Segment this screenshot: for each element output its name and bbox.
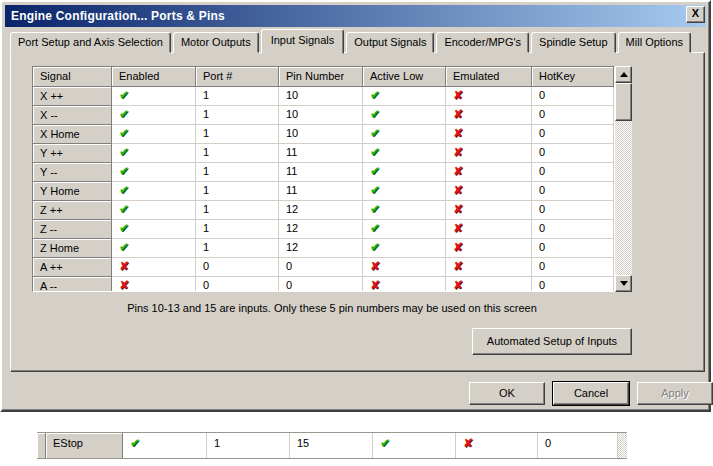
enabled-cell[interactable]: ✔ [112,163,196,182]
emulated-cell[interactable]: ✘ [446,144,532,163]
pin-cell[interactable]: 10 [279,106,363,125]
hotkey-cell[interactable]: 0 [532,182,614,201]
port-cell[interactable]: 1 [196,144,279,163]
port-cell[interactable]: 1 [207,433,290,458]
pin-cell[interactable]: 12 [279,201,363,220]
vertical-scrollbar[interactable] [615,66,632,292]
table-row: Z --✔112✔✘0 [33,220,614,239]
cross-icon: ✘ [453,241,463,253]
signal-cell: Z -- [33,220,112,239]
port-cell[interactable]: 1 [196,106,279,125]
hotkey-cell[interactable]: 0 [538,433,618,458]
active_low-cell[interactable]: ✔ [363,220,446,239]
hotkey-cell[interactable]: 0 [532,144,614,163]
emulated-cell[interactable]: ✘ [446,182,532,201]
emulated-cell[interactable]: ✘ [446,125,532,144]
enabled-cell[interactable]: ✘ [112,258,196,277]
tab-motor-outputs[interactable]: Motor Outputs [173,32,259,53]
hotkey-cell[interactable]: 0 [532,87,614,106]
emulated-cell[interactable]: ✘ [446,163,532,182]
automated-setup-button[interactable]: Automated Setup of Inputs [472,328,632,355]
cross-icon: ✘ [453,279,463,291]
pin-cell[interactable]: 0 [279,258,363,277]
pin-cell[interactable]: 12 [279,239,363,258]
hotkey-cell[interactable]: 0 [532,106,614,125]
active_low-cell[interactable]: ✔ [363,106,446,125]
tab-encoder-mpg-s[interactable]: Encoder/MPG's [436,32,529,53]
pin-cell[interactable]: 0 [279,277,363,292]
port-cell[interactable]: 0 [196,277,279,292]
hotkey-cell[interactable]: 0 [532,239,614,258]
port-cell[interactable]: 1 [196,125,279,144]
check-icon: ✔ [119,165,129,177]
active_low-cell[interactable]: ✘ [363,258,446,277]
signal-cell: Y -- [33,163,112,182]
active_low-cell[interactable]: ✔ [373,433,456,458]
enabled-cell[interactable]: ✔ [112,87,196,106]
pin-cell[interactable]: 15 [290,433,373,458]
enabled-cell[interactable]: ✘ [112,277,196,292]
tab-output-signals[interactable]: Output Signals [346,32,434,53]
enabled-cell[interactable]: ✔ [123,433,207,458]
pin-cell[interactable]: 11 [279,144,363,163]
hotkey-cell[interactable]: 0 [532,277,614,292]
emulated-cell[interactable]: ✘ [446,239,532,258]
enabled-cell[interactable]: ✔ [112,239,196,258]
scroll-down-button[interactable] [615,275,632,292]
enabled-cell[interactable]: ✔ [112,182,196,201]
title-bar[interactable]: Engine Configuration... Ports & Pins [5,5,706,27]
hotkey-cell[interactable]: 0 [532,163,614,182]
table-header-cell: Enabled [112,67,196,87]
check-icon: ✔ [119,241,129,253]
port-cell[interactable]: 0 [196,258,279,277]
active_low-cell[interactable]: ✔ [363,182,446,201]
window-title: Engine Configuration... Ports & Pins [11,9,225,23]
tab-port-setup-and-axis-selection[interactable]: Port Setup and Axis Selection [10,32,171,53]
active_low-cell[interactable]: ✔ [363,201,446,220]
emulated-cell[interactable]: ✘ [456,433,538,458]
port-cell[interactable]: 1 [196,182,279,201]
enabled-cell[interactable]: ✔ [112,144,196,163]
cancel-button[interactable]: Cancel [553,382,629,405]
scroll-up-button[interactable] [615,66,632,83]
port-cell[interactable]: 1 [196,239,279,258]
pin-cell[interactable]: 12 [279,220,363,239]
tab-mill-options[interactable]: Mill Options [618,32,691,53]
emulated-cell[interactable]: ✘ [446,201,532,220]
pin-cell[interactable]: 10 [279,87,363,106]
ok-button[interactable]: OK [469,382,545,405]
close-button[interactable]: X [686,6,705,23]
enabled-cell[interactable]: ✔ [112,106,196,125]
hotkey-cell[interactable]: 0 [532,125,614,144]
pin-cell[interactable]: 11 [279,182,363,201]
scrollbar-thumb[interactable] [615,83,632,121]
active_low-cell[interactable]: ✘ [363,277,446,292]
emulated-cell[interactable]: ✘ [446,106,532,125]
active_low-cell[interactable]: ✔ [363,125,446,144]
table-header-cell: Pin Number [279,67,363,87]
emulated-cell[interactable]: ✘ [446,277,532,292]
emulated-cell[interactable]: ✘ [446,87,532,106]
tab-input-signals[interactable]: Input Signals [261,29,345,54]
enabled-cell[interactable]: ✔ [112,220,196,239]
tab-spindle-setup[interactable]: Spindle Setup [531,32,616,53]
hotkey-cell[interactable]: 0 [532,220,614,239]
port-cell[interactable]: 1 [196,201,279,220]
port-cell[interactable]: 1 [196,163,279,182]
enabled-cell[interactable]: ✔ [112,125,196,144]
active_low-cell[interactable]: ✔ [363,144,446,163]
active_low-cell[interactable]: ✔ [363,163,446,182]
hotkey-cell[interactable]: 0 [532,201,614,220]
hotkey-cell[interactable]: 0 [532,258,614,277]
port-cell[interactable]: 1 [196,87,279,106]
emulated-cell[interactable]: ✘ [446,220,532,239]
active_low-cell[interactable]: ✔ [363,239,446,258]
port-cell[interactable]: 1 [196,220,279,239]
emulated-cell[interactable]: ✘ [446,258,532,277]
enabled-cell[interactable]: ✔ [112,201,196,220]
pin-cell[interactable]: 11 [279,163,363,182]
pin-cell[interactable]: 10 [279,125,363,144]
cross-icon: ✘ [453,165,463,177]
active_low-cell[interactable]: ✔ [363,87,446,106]
signal-cell: Y Home [33,182,112,201]
